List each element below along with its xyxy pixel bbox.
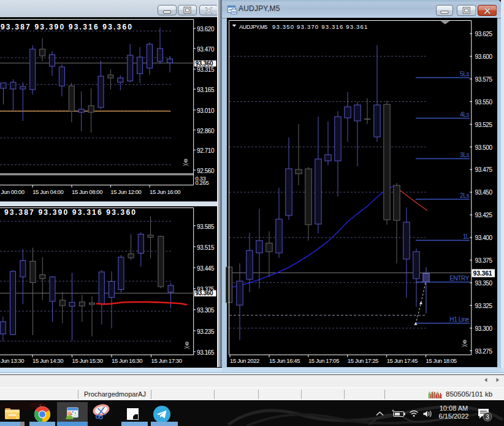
svg-text:93.325: 93.325: [475, 303, 493, 309]
svg-text:93.360: 93.360: [196, 60, 214, 67]
svg-text:15 Jun 00:00: 15 Jun 00:00: [0, 188, 25, 195]
svg-text:93.475: 93.475: [475, 166, 493, 173]
svg-text:93.275: 93.275: [475, 348, 493, 355]
svg-text:93.450: 93.450: [475, 189, 493, 196]
svg-text:93.350: 93.350: [475, 280, 493, 287]
svg-text:15 Jun 17:25: 15 Jun 17:25: [348, 357, 378, 364]
svg-text:93.165: 93.165: [197, 349, 215, 356]
svg-text:93.300: 93.300: [475, 325, 493, 332]
svg-text:93.625: 93.625: [475, 31, 493, 37]
svg-text:93.575: 93.575: [475, 76, 493, 83]
svg-text:93.585: 93.585: [197, 223, 215, 230]
svg-text:15 Jun 14:30: 15 Jun 14:30: [32, 357, 63, 364]
svg-text:93.361: 93.361: [473, 269, 492, 277]
svg-text:2Ls: 2Ls: [460, 192, 469, 199]
svg-text:15 Jun 12:00: 15 Jun 12:00: [110, 188, 141, 195]
svg-text:15 Jun 16:45: 15 Jun 16:45: [269, 357, 300, 364]
svg-text:15 Jun 08:00: 15 Jun 08:00: [72, 188, 102, 195]
svg-text:15 Jun 13:30: 15 Jun 13:30: [0, 357, 24, 364]
svg-text:92.710: 92.710: [197, 147, 215, 154]
svg-text:15 Jun 15:30: 15 Jun 15:30: [72, 357, 103, 364]
svg-text:93.165: 93.165: [197, 87, 215, 93]
svg-text:AUDJPY,M5: AUDJPY,M5: [239, 24, 267, 30]
svg-text:93.525: 93.525: [475, 122, 493, 128]
svg-text:93.515: 93.515: [197, 244, 215, 251]
svg-text:93.400: 93.400: [475, 234, 493, 241]
svg-text:92.860: 92.860: [197, 128, 215, 134]
svg-text:93.375: 93.375: [475, 257, 493, 264]
svg-text:93.425: 93.425: [475, 212, 493, 219]
svg-text:3: 3: [486, 413, 489, 420]
svg-text:15 Jun 2022: 15 Jun 2022: [230, 357, 259, 364]
svg-text:93.235: 93.235: [197, 328, 215, 335]
svg-text:15 Jun 17:30: 15 Jun 17:30: [151, 357, 182, 364]
svg-text:93.387 93.390 93.316 93.360: 93.387 93.390 93.316 93.360: [4, 208, 137, 217]
svg-text:3Ls: 3Ls: [460, 152, 469, 158]
svg-text:93.600: 93.600: [475, 53, 493, 60]
svg-text:93.445: 93.445: [197, 265, 215, 272]
svg-text:1L: 1L: [463, 233, 470, 240]
svg-text:0.265: 0.265: [196, 179, 209, 186]
svg-text:15 Jun 17:45: 15 Jun 17:45: [387, 357, 418, 364]
svg-text:93.550: 93.550: [475, 99, 493, 106]
svg-text:92.560: 92.560: [197, 168, 215, 174]
svg-text:93.470: 93.470: [197, 46, 215, 53]
svg-text:4Ls: 4Ls: [460, 111, 469, 118]
svg-text:93.360: 93.360: [196, 290, 214, 296]
svg-text:15 Jun 18:05: 15 Jun 18:05: [426, 357, 457, 364]
svg-text:H1 Line: H1 Line: [449, 316, 470, 323]
svg-text:15 Jun 16:00: 15 Jun 16:00: [150, 188, 180, 195]
svg-text:15 Jun 04:00: 15 Jun 04:00: [32, 188, 63, 195]
svg-text:15 Jun 16:30: 15 Jun 16:30: [112, 357, 142, 364]
svg-text:93.620: 93.620: [197, 26, 215, 33]
svg-text:ENTRY: ENTRY: [449, 275, 469, 282]
svg-text:15 Jun 17:05: 15 Jun 17:05: [308, 357, 339, 364]
svg-text:5Ls: 5Ls: [460, 71, 469, 77]
svg-text:93.315: 93.315: [197, 66, 215, 73]
svg-text:93.305: 93.305: [197, 307, 215, 314]
svg-text:93.010: 93.010: [197, 107, 215, 114]
svg-text:93.350 93.370 93.316 93.361: 93.350 93.370 93.316 93.361: [272, 23, 368, 30]
svg-text:93.387 93.390 93.316 93.360: 93.387 93.390 93.316 93.360: [1, 23, 133, 31]
svg-text:93.500: 93.500: [475, 144, 493, 151]
